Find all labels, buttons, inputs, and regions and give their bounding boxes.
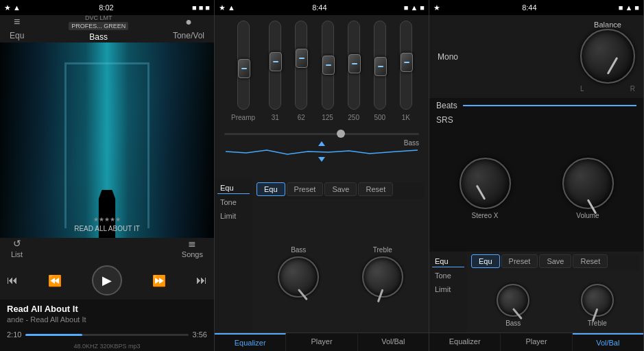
- sliders-row: Preamp 31 62: [217, 21, 426, 130]
- tab-bass[interactable]: Bass: [85, 31, 112, 43]
- vb-treble-knob[interactable]: [581, 284, 614, 317]
- airplane-icon: ▲: [410, 3, 418, 12]
- prev-prev-button[interactable]: ⏮: [7, 274, 18, 287]
- slider-62-glow: [299, 58, 305, 59]
- side-tab-limit[interactable]: Limit: [217, 210, 250, 221]
- preamp-glow: [241, 68, 247, 69]
- stereo-x-knob[interactable]: [460, 158, 511, 209]
- bass-knob[interactable]: [278, 256, 319, 298]
- vb-side-tab-limit[interactable]: Limit: [432, 284, 464, 295]
- preset-badge[interactable]: PROFES... GREEN: [69, 22, 128, 30]
- status-bar-1: ★ ▲ 8:02 ■ ■ ■: [0, 0, 214, 15]
- tab-reset-2[interactable]: Reset: [358, 182, 393, 196]
- volbal-knobs-row: Equ Bass Treble Treble: [471, 271, 639, 330]
- vb-bass-label-2: Bass: [505, 319, 521, 327]
- vb-side-tab-tone[interactable]: Tone: [432, 270, 464, 281]
- android-icon: ▲: [13, 3, 21, 12]
- vb-tab-preset[interactable]: Preset: [501, 254, 538, 268]
- volume-wrap: Volume: [562, 158, 614, 219]
- battery-icon-3: ■: [634, 3, 639, 12]
- slider-125-glow: [326, 64, 331, 66]
- slider-250-track[interactable]: [348, 21, 360, 110]
- volbal-top-tabs: Equ Preset Save Reset: [471, 254, 639, 271]
- mono-label: Mono: [438, 52, 458, 62]
- eq-curve-area: Bass: [224, 138, 419, 165]
- next-next-button[interactable]: ⏭: [196, 274, 207, 287]
- stereo-x-indicator: [476, 184, 486, 199]
- tab-preset-2[interactable]: Preset: [287, 182, 324, 196]
- tonevol-icon: ●: [185, 16, 192, 28]
- progress-fill: [25, 334, 82, 336]
- preamp-row: [217, 130, 426, 138]
- equalizer-panel: ★ ▲ 8:44 ■ ▲ ■ Preamp: [215, 0, 429, 351]
- progress-bar[interactable]: [25, 334, 188, 336]
- list-songs-row: ↺ List ≣ Songs: [0, 238, 214, 261]
- volbal-main-content: Equ Preset Save Reset Equ Bass Treble: [467, 252, 643, 332]
- track-name: Read All About It: [7, 304, 207, 314]
- beats-label: Beats: [436, 101, 457, 110]
- usb-icon: ★: [219, 3, 226, 12]
- track-info: Read All About It ande - Read All About …: [0, 300, 214, 328]
- slider-125-track[interactable]: [322, 21, 334, 110]
- vb-bass-indicator: [512, 308, 523, 319]
- player-panel: ★ ▲ 8:02 ■ ■ ■ ≡ Equ DVC LMT PROFES... G…: [0, 0, 215, 351]
- progress-row: 2:10 3:56: [0, 328, 214, 341]
- preamp-track[interactable]: [237, 21, 250, 110]
- vb-bass-knob[interactable]: [497, 284, 529, 317]
- eq-icon: ≡: [14, 16, 20, 28]
- list-button[interactable]: ↺ List: [11, 238, 23, 258]
- treble-knob[interactable]: [362, 256, 403, 298]
- treble-knob-indicator: [377, 289, 384, 302]
- volbal-side-tabs: Equ Tone Limit: [432, 256, 464, 295]
- balance-knob[interactable]: [580, 29, 635, 84]
- bluetooth-icon: ★: [4, 3, 11, 12]
- bottom-nav-equalizer-3[interactable]: Equalizer: [429, 333, 501, 351]
- slider-1k: 1K: [400, 21, 412, 121]
- bottom-nav-volbal-3[interactable]: Vol/Bal: [573, 333, 643, 351]
- slider-preamp: Preamp: [231, 21, 255, 121]
- bottom-nav-player-2[interactable]: Player: [286, 333, 357, 351]
- eq-main-content: Equ Preset Save Reset Bass Treble: [252, 178, 429, 333]
- songs-button[interactable]: ≣ Songs: [182, 238, 203, 258]
- bottom-nav-volbal-2[interactable]: Vol/Bal: [358, 333, 429, 351]
- vb-tab-save[interactable]: Save: [539, 254, 571, 268]
- slider-500-track[interactable]: [374, 21, 386, 110]
- label-1k: 1K: [402, 114, 410, 121]
- eq-side-nav: Equ Tone Limit: [215, 178, 252, 333]
- tab-tonevol[interactable]: Tone/Vol: [169, 29, 208, 42]
- bottom-nav-player-3[interactable]: Player: [501, 333, 572, 351]
- time-display-3: 8:44: [522, 3, 536, 12]
- vb-tab-reset[interactable]: Reset: [573, 254, 608, 268]
- left-label: L: [580, 85, 584, 93]
- vb-side-tab-equ[interactable]: Equ: [432, 256, 464, 267]
- rating-display: ★★★★★: [0, 216, 214, 223]
- prev-button[interactable]: ⏪: [48, 274, 62, 287]
- time-display-2: 8:44: [312, 3, 326, 12]
- status-bar-3: ★ 8:44 ■ ▲ ■: [429, 0, 643, 15]
- next-button[interactable]: ⏩: [152, 274, 166, 287]
- bt-icon-4: ■: [619, 3, 623, 12]
- tab-equ-2[interactable]: Equ: [257, 182, 285, 196]
- status-bar-2: ★ ▲ 8:44 ■ ▲ ■: [215, 0, 429, 15]
- slider-31-track[interactable]: [269, 21, 281, 110]
- tab-equ[interactable]: Equ: [5, 29, 28, 42]
- lr-labels: L R: [580, 85, 635, 93]
- slider-62-track[interactable]: [295, 21, 307, 110]
- album-art: ★★★★★ READ ALL ABOUT IT: [0, 43, 214, 238]
- bottom-nav-equalizer-2[interactable]: Equalizer: [215, 333, 286, 351]
- side-tab-tone[interactable]: Tone: [217, 197, 250, 208]
- slider-1k-track[interactable]: [400, 21, 412, 110]
- slider-125: 125: [322, 21, 334, 121]
- status-left-3: ★: [433, 3, 440, 12]
- volume-knob[interactable]: [562, 158, 614, 209]
- status-right-3: ■ ▲ ■: [619, 3, 639, 12]
- preamp-horizontal-slider[interactable]: [224, 133, 419, 135]
- playback-controls: ⏮ ⏪ ▶ ⏩ ⏭: [0, 261, 214, 300]
- side-tab-equ[interactable]: Equ: [217, 182, 250, 194]
- play-button[interactable]: ▶: [92, 265, 122, 295]
- volbal-panel: ★ 8:44 ■ ▲ ■ Mono Balance L R Beats SRS: [429, 0, 644, 351]
- slider-31-thumb: [270, 52, 282, 71]
- tab-save-2[interactable]: Save: [324, 182, 357, 196]
- slider-125-thumb: [322, 56, 335, 75]
- vb-tab-equ[interactable]: Equ: [471, 254, 500, 268]
